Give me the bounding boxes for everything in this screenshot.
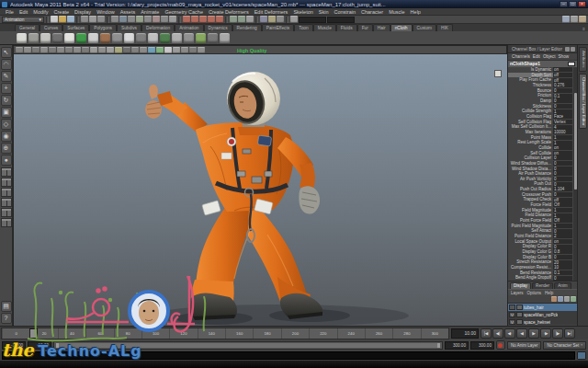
shelf-tab[interactable]: Animation	[175, 24, 203, 31]
menu-item[interactable]: Skin	[316, 8, 332, 16]
layer-type-box[interactable]	[516, 312, 523, 317]
shelf-tab[interactable]: PaintEffects	[262, 24, 295, 31]
channel-box-menu-item[interactable]: Channels	[512, 54, 530, 59]
divider[interactable]	[107, 17, 109, 23]
new-layer-from-selected-icon[interactable]	[571, 296, 576, 302]
attribute-value-field[interactable]: Off	[553, 218, 572, 223]
snap-menu-icon[interactable]	[16, 47, 23, 53]
select-hierarchy-icon[interactable]	[81, 16, 88, 23]
soft-modification-tool[interactable]: ◉	[1, 131, 12, 142]
animation-end-field[interactable]: 300.00	[470, 341, 494, 350]
shelf-tab[interactable]: Rendering	[232, 24, 262, 31]
playback-end-field[interactable]: 300.00	[445, 341, 469, 350]
output-connections-icon[interactable]	[238, 16, 245, 23]
coordinate-input-y[interactable]	[327, 17, 355, 23]
channel-box-menu-item[interactable]: Show	[558, 54, 569, 59]
layout-hypershade-persp-button[interactable]	[1, 208, 12, 217]
menu-item[interactable]: Display	[72, 8, 94, 16]
universal-manipulator-tool[interactable]: ◇	[1, 119, 12, 130]
attribute-value-field[interactable]: 20	[553, 260, 572, 265]
menu-item[interactable]: Help	[408, 8, 424, 16]
play-forwards-button[interactable]: ▶	[528, 328, 539, 339]
attribute-value-field[interactable]: on	[553, 145, 572, 150]
nconstraint-point-icon[interactable]	[76, 33, 86, 43]
layout-persp-outliner-button[interactable]	[1, 188, 12, 197]
step-back-key-button[interactable]: ◀·	[504, 328, 515, 339]
close-button[interactable]: ×	[578, 1, 586, 7]
resolution-gate-icon[interactable]	[49, 47, 56, 53]
isolate-select-icon[interactable]	[494, 70, 502, 77]
attribute-value-field[interactable]: 0.1	[553, 270, 572, 275]
command-line-input[interactable]	[2, 351, 575, 360]
shelf-tab[interactable]: Polygons	[89, 24, 117, 31]
attribute-value-field[interactable]: Off	[553, 202, 572, 207]
shelf-tab[interactable]: Surfaces	[62, 24, 89, 31]
render-current-frame-icon[interactable]	[268, 16, 276, 23]
gate-mask-icon[interactable]	[57, 47, 64, 53]
ipr-render-icon[interactable]	[277, 16, 284, 23]
screen-space-ao-icon[interactable]	[131, 47, 139, 53]
menu-item[interactable]: Muscle	[386, 8, 407, 16]
attribute-value-field[interactable]: on	[553, 151, 572, 155]
select-tool[interactable]: ↖	[1, 47, 12, 58]
layer-empty-icon[interactable]	[558, 296, 563, 302]
layer-row[interactable]: V spaceMan_noPck	[508, 311, 578, 318]
show-manipulator-tool[interactable]: ⊕	[1, 143, 12, 154]
divider[interactable]	[46, 17, 49, 23]
depth-of-field-icon[interactable]	[156, 47, 164, 53]
layer-editor-tab[interactable]: Display	[510, 282, 531, 289]
safe-title-icon[interactable]	[82, 47, 89, 53]
layout-persp-graph-button[interactable]	[1, 198, 12, 207]
open-scene-icon[interactable]	[59, 16, 66, 23]
attribute-value-field[interactable]: off	[553, 78, 572, 83]
construction-history-icon[interactable]	[246, 16, 254, 23]
mask-misc-icon[interactable]	[169, 16, 176, 23]
ncloth-properties-icon[interactable]	[220, 33, 230, 43]
input-connections-icon[interactable]	[230, 16, 237, 23]
channel-box-speed-icon[interactable]	[571, 47, 575, 52]
xray-icon[interactable]	[173, 47, 180, 53]
maximize-button[interactable]: □	[569, 1, 577, 7]
current-time-indicator[interactable]	[29, 328, 38, 339]
mask-rendering-icon[interactable]	[161, 16, 168, 23]
nconstraint-transform-icon[interactable]	[52, 33, 62, 43]
save-scene-icon[interactable]	[67, 16, 74, 23]
textured-icon[interactable]	[107, 47, 114, 53]
move-tool[interactable]: +	[1, 83, 12, 94]
range-slider-track[interactable]	[53, 341, 443, 350]
nconstraint-slide-icon[interactable]	[88, 33, 98, 43]
shelf-tab[interactable]: Dynamics	[204, 24, 232, 31]
attribute-value-field[interactable]: 4	[553, 125, 572, 130]
attribute-value-field[interactable]: off	[553, 198, 572, 202]
layout-single-perspective-button[interactable]	[1, 167, 12, 177]
scene-render[interactable]	[14, 54, 507, 326]
layer-editor-menu-item[interactable]: Options	[527, 291, 542, 295]
tool-settings-toggle-icon[interactable]	[571, 16, 578, 23]
layer-row[interactable]: tubes_hair	[508, 304, 578, 311]
lasso-select-tool[interactable]: ◠	[1, 59, 12, 70]
sidebar-vertical-tab[interactable]: Channel Box / Layer Editor	[579, 74, 587, 129]
viewport-canvas[interactable]	[14, 54, 507, 326]
menu-item[interactable]: Modify	[30, 8, 51, 16]
nconstraint-collision-icon[interactable]	[124, 33, 134, 43]
divider[interactable]	[178, 17, 181, 23]
shelf-tab[interactable]: Hair	[373, 24, 390, 31]
menu-set-dropdown[interactable]: Animation ▾	[2, 17, 44, 23]
nconstraint-force-icon[interactable]	[112, 33, 122, 43]
channel-box-toggle-icon[interactable]	[579, 16, 586, 23]
attribute-value-field[interactable]: 0	[553, 104, 572, 109]
menu-item[interactable]: Window	[94, 8, 118, 16]
menu-item[interactable]: Create	[51, 8, 73, 16]
attribute-value-field[interactable]: 1	[553, 109, 572, 114]
camera-lock-icon[interactable]	[24, 47, 31, 53]
step-forward-frame-button[interactable]: |▶	[552, 328, 563, 339]
shelf-tab[interactable]: Muscle	[313, 24, 336, 31]
attribute-value-field[interactable]: 1	[553, 213, 572, 218]
attribute-value-field[interactable]: on	[553, 239, 572, 244]
motion-blur-icon[interactable]	[140, 47, 147, 53]
joints-xray-icon[interactable]	[181, 47, 188, 53]
character-set-dropdown[interactable]: No Character Set ▾	[543, 341, 586, 350]
layout-persp-uv-button[interactable]	[1, 218, 12, 227]
attribute-value-field[interactable]: 0	[553, 161, 572, 166]
anim-layer-dropdown[interactable]: No Anim Layer	[507, 341, 542, 350]
